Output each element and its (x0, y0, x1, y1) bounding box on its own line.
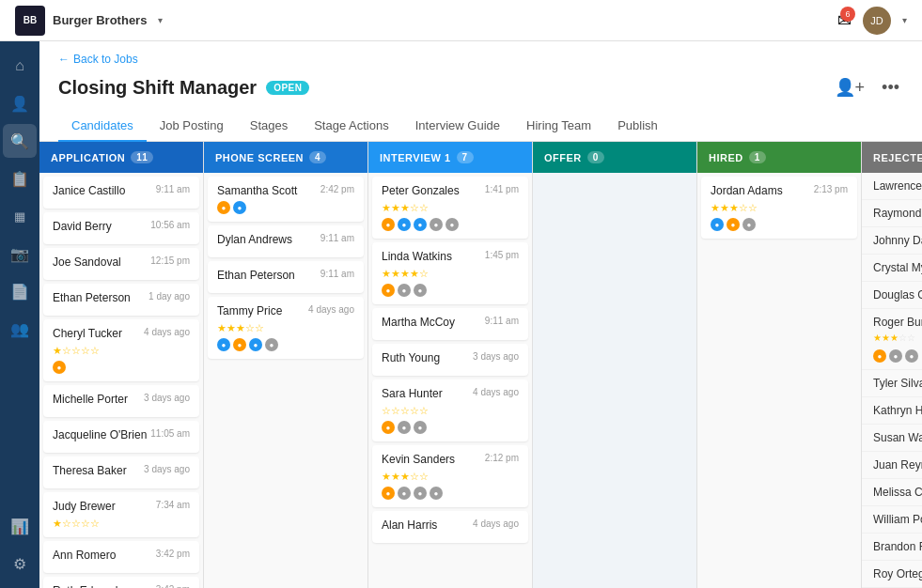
back-arrow-icon: ← (58, 53, 70, 66)
column-interview-1-body: Peter Gonzales1:41 pm ★★★☆☆ ● ● ● ● ● Li… (368, 173, 532, 588)
tab-hiring-team[interactable]: Hiring Team (513, 111, 604, 142)
card-alan-harris[interactable]: Alan Harris4 days ago (372, 511, 528, 543)
card-joe-sandoval[interactable]: Joe Sandoval12:15 pm (43, 248, 199, 280)
sidebar-item-home[interactable]: ⌂ (3, 49, 37, 83)
rejected-lawrence-smith[interactable]: Lawrence Smith1 day ago (862, 173, 922, 200)
column-offer: OFFER 0 (533, 142, 697, 588)
card-linda-watkins[interactable]: Linda Watkins1:45 pm ★★★★☆ ● ● ● (372, 242, 528, 304)
card-jacqueline-obrien[interactable]: Jacqueline O'Brien11:05 am (43, 421, 199, 453)
page-title: Closing Shift Manager OPEN (58, 77, 309, 99)
back-to-jobs-link[interactable]: ← Back to Jobs (58, 53, 903, 66)
tab-interview-guide[interactable]: Interview Guide (402, 111, 513, 142)
rejected-juan-reynolds[interactable]: Juan Reynolds3 days ago (862, 452, 922, 479)
avatar-dropdown-icon[interactable]: ▾ (902, 15, 907, 25)
tab-stage-actions[interactable]: Stage Actions (301, 111, 402, 142)
kanban-board: APPLICATION 11 Janice Castillo9:11 am Da… (39, 142, 922, 588)
rejected-douglas-gomez[interactable]: Douglas Gomez3 days ago (862, 282, 922, 309)
tabs: Candidates Job Posting Stages Stage Acti… (58, 111, 903, 141)
tab-publish[interactable]: Publish (604, 111, 671, 142)
card-theresa-baker[interactable]: Theresa Baker3 days ago (43, 456, 199, 488)
title-actions: 👤+ ••• (831, 73, 903, 101)
column-phone-screen-header: PHONE SCREEN 4 (204, 142, 367, 173)
card-dylan-andrews[interactable]: Dylan Andrews9:11 am (208, 225, 364, 257)
rejected-roy-ortega[interactable]: Roy Ortega1 day ago (862, 561, 922, 588)
column-phone-screen-body: Samantha Scott2:42 pm ● ● Dylan Andrews9… (204, 173, 367, 588)
card-peter-gonzales[interactable]: Peter Gonzales1:41 pm ★★★☆☆ ● ● ● ● ● (372, 177, 528, 239)
tab-job-posting[interactable]: Job Posting (147, 111, 237, 142)
rejected-raymond-garrett[interactable]: Raymond Garrett1 day ago (862, 200, 922, 227)
column-application-header: APPLICATION 11 (39, 142, 203, 173)
column-hired-body: Jordan Adams2:13 pm ★★★☆☆ ● ● ● (697, 173, 861, 588)
card-david-berry[interactable]: David Berry10:56 am (43, 212, 199, 244)
notification-badge: 6 (840, 7, 855, 22)
column-rejected: REJECTED 29 Lawrence Smith1 day ago Raym… (862, 142, 922, 588)
rejected-kathryn-holmes[interactable]: Kathryn Holmes1 day ago (862, 397, 922, 425)
rejected-william-powell[interactable]: William Powell1 day ago (862, 506, 922, 534)
card-judy-brewer[interactable]: Judy Brewer7:34 am ★☆☆☆☆ (43, 492, 199, 537)
sidebar-item-camera[interactable]: 📷 (3, 237, 37, 271)
sidebar-item-jobs[interactable]: 📋 (3, 162, 37, 195)
tab-stages[interactable]: Stages (237, 111, 301, 142)
rejected-susan-watson[interactable]: Susan Watson3 days ago (862, 425, 922, 452)
column-rejected-header: REJECTED 29 (862, 142, 922, 173)
card-martha-mccoy[interactable]: Martha McCoy9:11 am (372, 308, 528, 340)
rejected-tyler-silva[interactable]: Tyler Silva1 day ago (862, 370, 922, 397)
column-hired-header: HIRED 1 (697, 142, 861, 173)
sidebar-item-documents[interactable]: 📄 (3, 274, 37, 308)
rejected-roger-burke[interactable]: Roger Burke5 days ago ★★★☆☆ ● ● ● (862, 309, 922, 370)
sidebar-item-groups[interactable]: 👥 (3, 312, 37, 346)
card-jordan-adams[interactable]: Jordan Adams2:13 pm ★★★☆☆ ● ● ● (701, 177, 857, 239)
burger-brothers-logo: BB (15, 6, 45, 36)
card-sara-hunter[interactable]: Sara Hunter4 days ago ☆☆☆☆☆ ● ● ● (372, 379, 528, 441)
rejected-brandon-flores[interactable]: Brandon Flores1 day ago (862, 534, 922, 561)
page-title-row: Closing Shift Manager OPEN 👤+ ••• (58, 73, 903, 101)
sidebar-item-menu[interactable]: ▦ (3, 199, 37, 233)
card-ann-romero[interactable]: Ann Romero3:42 pm (43, 541, 199, 573)
column-phone-screen: PHONE SCREEN 4 Samantha Scott2:42 pm ● ●… (204, 142, 368, 588)
card-janice-castillo[interactable]: Janice Castillo9:11 am (43, 177, 199, 209)
logo-area: BB Burger Brothers ▾ (15, 6, 163, 36)
top-nav: BB Burger Brothers ▾ ✉ 6 JD ▾ (0, 0, 922, 41)
column-rejected-body: Lawrence Smith1 day ago Raymond Garrett1… (862, 173, 922, 588)
add-candidate-icon[interactable]: 👤+ (831, 73, 869, 101)
rejected-melissa-cunningham[interactable]: Melissa Cunningham9:11 am (862, 479, 922, 506)
sidebar: ⌂ 👤 🔍 📋 ▦ 📷 📄 👥 📊 ⚙ (0, 41, 39, 588)
card-ruth-young[interactable]: Ruth Young3 days ago (372, 344, 528, 376)
avatar[interactable]: JD (863, 7, 891, 35)
main-content: ← Back to Jobs Closing Shift Manager OPE… (39, 41, 922, 588)
brand-dropdown-icon[interactable]: ▾ (158, 15, 163, 25)
column-hired: HIRED 1 Jordan Adams2:13 pm ★★★☆☆ ● ● ● (697, 142, 862, 588)
sidebar-item-search[interactable]: 🔍 (3, 124, 37, 158)
card-ethan-peterson[interactable]: Ethan Peterson1 day ago (43, 284, 199, 316)
column-application-body: Janice Castillo9:11 am David Berry10:56 … (39, 173, 203, 588)
card-kevin-sanders[interactable]: Kevin Sanders2:12 pm ★★★☆☆ ● ● ● ● (372, 445, 528, 507)
open-badge: OPEN (266, 81, 309, 95)
column-interview-1-header: INTERVIEW 1 7 (368, 142, 532, 173)
column-offer-body (533, 173, 696, 588)
sidebar-item-analytics[interactable]: 📊 (3, 509, 37, 543)
tab-candidates[interactable]: Candidates (58, 111, 147, 142)
card-tammy-price[interactable]: Tammy Price4 days ago ★★★☆☆ ● ● ● ● (208, 297, 364, 359)
card-cheryl-tucker[interactable]: Cheryl Tucker4 days ago ★☆☆☆☆ ● (43, 319, 199, 381)
rejected-crystal-myers[interactable]: Crystal Myers1 day ago (862, 255, 922, 282)
notifications-button[interactable]: ✉ 6 (837, 10, 852, 31)
brand-name: Burger Brothers (53, 13, 147, 27)
card-samantha-scott[interactable]: Samantha Scott2:42 pm ● ● (208, 177, 364, 222)
column-offer-header: OFFER 0 (533, 142, 696, 173)
rejected-johnny-daniels[interactable]: Johnny Daniels1 day ago (862, 227, 922, 255)
sub-header: ← Back to Jobs Closing Shift Manager OPE… (39, 41, 922, 142)
card-ruth-edwards[interactable]: Ruth Edwards3:42 pm (43, 577, 199, 588)
card-michelle-porter[interactable]: Michelle Porter3 days ago (43, 385, 199, 417)
card-ethan-peterson-ps[interactable]: Ethan Peterson9:11 am (208, 261, 364, 293)
column-application: APPLICATION 11 Janice Castillo9:11 am Da… (39, 142, 204, 588)
sidebar-item-settings[interactable]: ⚙ (3, 547, 37, 580)
sidebar-item-people[interactable]: 👤 (3, 86, 37, 120)
more-options-icon[interactable]: ••• (878, 74, 903, 101)
column-interview-1: INTERVIEW 1 7 Peter Gonzales1:41 pm ★★★☆… (368, 142, 533, 588)
